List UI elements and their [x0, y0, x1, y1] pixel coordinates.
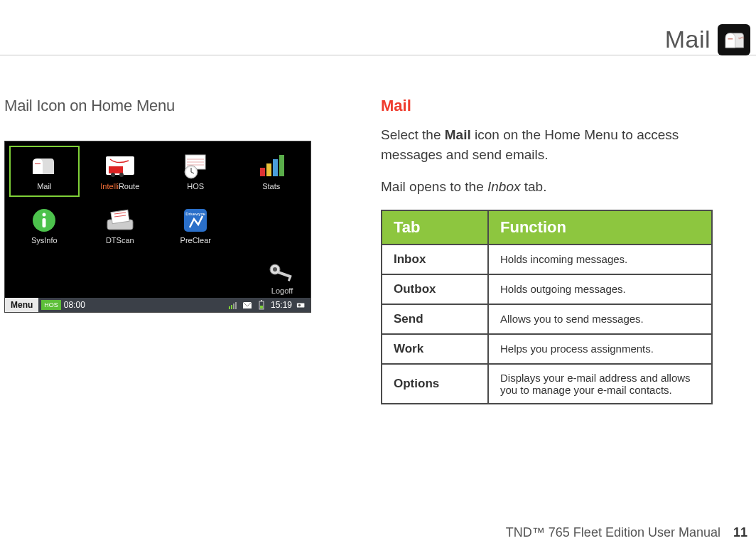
svg-rect-17	[273, 159, 278, 176]
menu-item-preclear[interactable]: Drivewyze PreClear	[161, 200, 231, 251]
status-time-1: 08:00	[64, 300, 85, 310]
svg-point-20	[43, 213, 46, 217]
status-bar: Menu HOS 08:00 15:19	[5, 298, 310, 312]
status-hos-badge: HOS	[41, 300, 61, 310]
menu-label: Stats	[262, 182, 280, 190]
table-header-function: Function	[488, 210, 712, 245]
screenshot-caption: Mail Icon on Home Menu	[4, 97, 357, 115]
footer-page-number: 11	[733, 525, 747, 540]
page-footer: TND™ 765 Fleet Edition User Manual 11	[0, 525, 747, 540]
mailbox-icon: MAIL	[722, 29, 746, 50]
svg-rect-34	[233, 304, 234, 309]
menu-item-hos[interactable]: HOS	[161, 146, 231, 197]
menu-label: HOS	[187, 182, 204, 190]
home-menu-screenshot: Mail IntelliRoute HOS	[4, 141, 311, 313]
menu-item-stats[interactable]: Stats	[237, 146, 307, 197]
svg-rect-2	[35, 163, 40, 164]
tab-function-table: Tab Function InboxHolds incoming message…	[381, 210, 713, 404]
dashcam-icon	[296, 300, 306, 310]
intro-paragraph-2: Mail opens to the Inbox tab.	[381, 177, 742, 197]
mail-status-icon	[242, 300, 252, 310]
table-row: OutboxHolds outgoing messages.	[382, 274, 712, 304]
status-time-2: 15:19	[271, 300, 292, 310]
menu-label: DTScan	[106, 236, 134, 245]
page-title: Mail	[665, 26, 711, 53]
bar-chart-icon	[256, 152, 287, 181]
truck-icon	[104, 152, 136, 181]
menu-item-dtscan[interactable]: DTScan	[85, 200, 156, 251]
page-header: Mail MAIL	[0, 24, 756, 55]
left-column: Mail Icon on Home Menu Mail IntelliRoute	[0, 84, 378, 510]
svg-rect-39	[261, 300, 262, 301]
svg-rect-0	[728, 38, 733, 39]
signal-icon	[228, 300, 238, 310]
section-heading: Mail	[381, 97, 742, 115]
menu-item-sysinfo[interactable]: SysInfo	[9, 200, 80, 251]
svg-rect-23	[111, 210, 129, 223]
svg-rect-16	[266, 163, 271, 176]
svg-rect-35	[235, 302, 237, 309]
svg-rect-18	[279, 155, 284, 176]
drivewyze-icon: Drivewyze	[180, 206, 211, 235]
svg-rect-33	[231, 305, 232, 309]
table-row: SendAllows you to send messages.	[382, 304, 712, 334]
clock-icon	[180, 152, 211, 181]
battery-icon	[256, 300, 266, 310]
key-icon	[266, 261, 298, 285]
menu-label: SysInfo	[31, 236, 58, 245]
menu-label: PreClear	[180, 236, 211, 245]
svg-point-5	[111, 173, 115, 177]
menu-label: Mail	[37, 182, 51, 190]
svg-text:Drivewyze: Drivewyze	[185, 212, 205, 216]
mail-icon	[28, 152, 60, 181]
table-row: OptionsDisplays your e-mail address and …	[382, 364, 712, 404]
mail-app-icon: MAIL	[718, 24, 750, 55]
svg-rect-21	[43, 218, 46, 227]
status-right-cluster: 15:19	[228, 300, 310, 310]
status-menu-button[interactable]: Menu	[5, 298, 38, 312]
scanner-icon	[104, 206, 136, 235]
table-row: InboxHolds incoming messages.	[382, 245, 712, 274]
svg-rect-4	[109, 166, 123, 173]
svg-point-29	[273, 267, 277, 272]
svg-point-6	[119, 173, 124, 177]
svg-rect-15	[260, 168, 265, 176]
svg-rect-38	[260, 306, 263, 308]
svg-point-41	[298, 304, 301, 307]
table-header-tab: Tab	[382, 210, 488, 245]
menu-label: IntelliRoute	[100, 182, 139, 190]
info-icon	[28, 206, 60, 235]
intro-paragraph-1: Select the Mail icon on the Home Menu to…	[381, 125, 742, 164]
menu-item-mail[interactable]: Mail	[9, 146, 80, 197]
table-row: WorkHelps you process assignments.	[382, 334, 712, 364]
menu-item-intelliroute[interactable]: IntelliRoute	[85, 146, 156, 197]
logoff-item[interactable]: Logoff	[266, 261, 298, 295]
logoff-label: Logoff	[266, 286, 298, 295]
svg-rect-32	[229, 306, 230, 309]
right-column: Mail Select the Mail icon on the Home Me…	[378, 84, 756, 510]
footer-doc-title: TND™ 765 Fleet Edition User Manual	[506, 525, 720, 540]
